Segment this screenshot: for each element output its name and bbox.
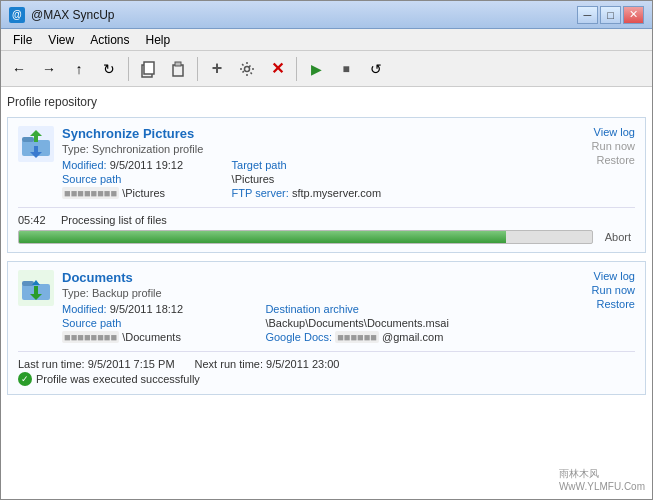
svg-point-4 — [245, 66, 250, 71]
toolbar-separator-1 — [128, 57, 129, 81]
content-area: Profile repository — [1, 87, 652, 499]
toolbar-separator-2 — [197, 57, 198, 81]
progress-bar-row: Abort — [18, 230, 635, 244]
menu-file[interactable]: File — [5, 31, 40, 49]
toolbar: ← → ↑ ↻ + ✕ ▶ ■ ↺ — [1, 51, 652, 87]
progress-bar-fill — [19, 231, 506, 243]
source-label-docs: Source path — [62, 317, 245, 329]
profile-info-sync: Modified: 9/5/2011 19:12 Target path Sou… — [62, 159, 381, 199]
last-run-label: Last run time: 9/5/2011 7:15 PM — [18, 358, 175, 370]
target-value-docs: \Backup\Documents\Documents.msai — [265, 317, 448, 329]
svg-rect-2 — [173, 65, 183, 76]
menu-help[interactable]: Help — [138, 31, 179, 49]
target-value-sync: \Pictures — [232, 173, 382, 185]
profile-actions-docs: View log Run now Restore — [575, 270, 635, 310]
progress-bar-container — [18, 230, 593, 244]
status-text-sync: Processing list of files — [61, 214, 167, 226]
menu-view[interactable]: View — [40, 31, 82, 49]
window-controls: ─ □ ✕ — [577, 6, 644, 24]
last-run-row: Last run time: 9/5/2011 7:15 PM Next run… — [18, 358, 635, 370]
svg-rect-1 — [144, 62, 154, 74]
profile-header-sync: Synchronize Pictures Type: Synchronizati… — [18, 126, 635, 199]
svg-rect-16 — [34, 286, 38, 294]
target-label-docs: Destination archive — [265, 303, 448, 315]
delete-button[interactable]: ✕ — [263, 55, 291, 83]
target-label-sync: Target path — [232, 159, 382, 171]
minimize-button[interactable]: ─ — [577, 6, 598, 24]
stop-button[interactable]: ■ — [332, 55, 360, 83]
profile-title-sync: Synchronize Pictures — [62, 126, 381, 141]
svg-rect-11 — [34, 146, 38, 152]
run-now-docs[interactable]: Run now — [592, 284, 635, 296]
back-button[interactable]: ← — [5, 55, 33, 83]
copy-button[interactable] — [134, 55, 162, 83]
add-button[interactable]: + — [203, 55, 231, 83]
success-icon: ✓ — [18, 372, 32, 386]
svg-rect-7 — [22, 137, 34, 142]
progress-row-sync: 05:42 Processing list of files — [18, 214, 635, 226]
restart-button[interactable]: ↺ — [362, 55, 390, 83]
menu-actions[interactable]: Actions — [82, 31, 137, 49]
section-label: Profile repository — [7, 93, 646, 111]
forward-button[interactable]: → — [35, 55, 63, 83]
profile-title-docs: Documents — [62, 270, 449, 285]
abort-button[interactable]: Abort — [601, 230, 635, 244]
modified-label-sync: Modified: 9/5/2011 19:12 — [62, 159, 212, 171]
profile-type-sync: Type: Synchronization profile — [62, 143, 381, 155]
paste-button[interactable] — [164, 55, 192, 83]
svg-rect-3 — [175, 62, 181, 66]
close-button[interactable]: ✕ — [623, 6, 644, 24]
up-button[interactable]: ↑ — [65, 55, 93, 83]
restore-docs[interactable]: Restore — [596, 298, 635, 310]
svg-rect-9 — [34, 136, 38, 142]
extra-docs: Google Docs: ■■■■■■ @gmail.com — [265, 331, 448, 343]
extra-sync: FTP server: sftp.myserver.com — [232, 187, 382, 199]
main-window: @ @MAX SyncUp ─ □ ✕ File View Actions He… — [0, 0, 653, 500]
sync-profile-icon — [18, 126, 54, 162]
run-now-sync[interactable]: Run now — [592, 140, 635, 152]
profile-card-documents: Documents Type: Backup profile Modified:… — [7, 261, 646, 395]
profile-card-sync-pictures: Synchronize Pictures Type: Synchronizati… — [7, 117, 646, 253]
settings-button[interactable] — [233, 55, 261, 83]
backup-profile-icon — [18, 270, 54, 306]
source-value-docs: ■■■■■■■■ \Documents — [62, 331, 245, 343]
title-bar: @ @MAX SyncUp ─ □ ✕ — [1, 1, 652, 29]
restore-sync[interactable]: Restore — [596, 154, 635, 166]
toolbar-separator-3 — [296, 57, 297, 81]
profile-status-docs: Last run time: 9/5/2011 7:15 PM Next run… — [18, 351, 635, 386]
view-log-sync[interactable]: View log — [594, 126, 635, 138]
refresh-button[interactable]: ↻ — [95, 55, 123, 83]
source-value-sync: ■■■■■■■■ \Pictures — [62, 187, 212, 199]
modified-label-docs: Modified: 9/5/2011 18:12 — [62, 303, 245, 315]
profile-info-docs: Modified: 9/5/2011 18:12 Destination arc… — [62, 303, 449, 343]
source-label-sync: Source path — [62, 173, 212, 185]
next-run-label: Next run time: 9/5/2011 23:00 — [195, 358, 340, 370]
window-title: @MAX SyncUp — [31, 8, 577, 22]
time-label-sync: 05:42 — [18, 214, 53, 226]
profile-header-docs: Documents Type: Backup profile Modified:… — [18, 270, 635, 343]
svg-rect-14 — [22, 281, 34, 286]
profile-type-docs: Type: Backup profile — [62, 287, 449, 299]
play-button[interactable]: ▶ — [302, 55, 330, 83]
app-icon: @ — [9, 7, 25, 23]
watermark: 雨林木风 WwW.YLMFU.Com — [559, 467, 645, 492]
profile-actions-sync: View log Run now Restore — [575, 126, 635, 166]
maximize-button[interactable]: □ — [600, 6, 621, 24]
view-log-docs[interactable]: View log — [594, 270, 635, 282]
menu-bar: File View Actions Help — [1, 29, 652, 51]
success-row: ✓ Profile was executed successfully — [18, 372, 635, 386]
success-text: Profile was executed successfully — [36, 373, 200, 385]
profile-status-sync: 05:42 Processing list of files Abort — [18, 207, 635, 244]
